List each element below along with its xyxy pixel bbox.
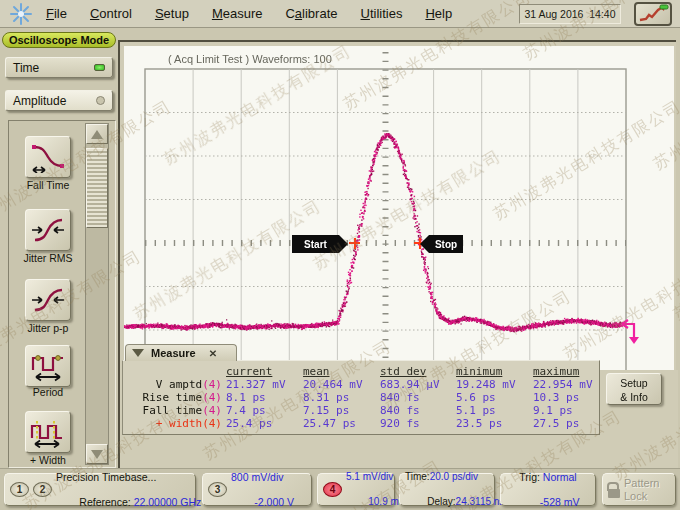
- time-delay-status-button[interactable]: Time:20.0 ps/div Delay:24.3115 ns: [399, 473, 495, 506]
- menu-measure[interactable]: Measure: [212, 6, 263, 21]
- measurement-button-panel: Fall Time Jitter RMS Jitter p-p: [8, 120, 116, 468]
- jitter-rms-label: Jitter RMS: [9, 252, 87, 264]
- graticule-area: ( Acq Limit Test ) Waveforms: 100: [124, 46, 674, 370]
- jitter-pp-button[interactable]: [25, 279, 71, 321]
- measure-row-rise-time: Rise time(4) 8.1 ps 8.31 ps 840 fs 5.6 p…: [123, 391, 601, 404]
- jitter-pp-label: Jitter p-p: [9, 322, 87, 334]
- green-led-icon: [94, 64, 105, 71]
- channel3-badge: 3: [208, 482, 227, 497]
- menu-utilities[interactable]: Utilities: [361, 6, 403, 21]
- measure-row-fall-time: Fall time(4) 7.4 ps 7.15 ps 840 fs 5.1 p…: [123, 404, 601, 417]
- measure-row-plus-width: + width(4) 25.4 ps 25.47 ps 920 fs 23.5 …: [123, 417, 601, 430]
- menu-bar: File Control Setup Measure Calibrate Uti…: [0, 0, 680, 28]
- plus-width-icon: [29, 416, 67, 448]
- channel2-badge: 2: [33, 482, 52, 497]
- status-bar: 1 2 Precision Timebase... Reference: 22.…: [0, 468, 680, 510]
- arrow-down-icon: [91, 450, 103, 459]
- menu-control[interactable]: Control: [90, 6, 132, 21]
- menu-help[interactable]: Help: [425, 6, 452, 21]
- trigger-status-button[interactable]: Trig: Normal -528 mV: [500, 473, 596, 506]
- setup-info-button[interactable]: Setup & Info: [606, 373, 662, 405]
- measure-header-row: current mean std dev minimum maximum: [123, 365, 601, 378]
- stop-marker-flag[interactable]: Stop: [429, 235, 463, 253]
- time-dropdown-label: Time: [13, 61, 39, 75]
- menu-setup[interactable]: Setup: [155, 6, 189, 21]
- waveform-trace: [124, 46, 674, 370]
- scroll-up-button[interactable]: [86, 124, 108, 144]
- fall-time-button[interactable]: [25, 136, 71, 178]
- jitter-rms-icon: [29, 214, 67, 246]
- channel1-badge: 1: [10, 482, 29, 497]
- display-lower-strip: [120, 435, 678, 470]
- start-cross-icon: [349, 238, 360, 249]
- time-dropdown[interactable]: Time: [5, 57, 113, 78]
- menu-calibrate[interactable]: Calibrate: [285, 6, 337, 21]
- period-label: Period: [9, 386, 87, 398]
- waveform-display: ( Acq Limit Test ) Waveforms: 100: [118, 40, 676, 468]
- sidebar-scrollbar[interactable]: [85, 123, 109, 465]
- datetime-display: 31 Aug 2016 14:40: [519, 4, 621, 24]
- oscilloscope-application: File Control Setup Measure Calibrate Uti…: [0, 0, 680, 510]
- menu-file[interactable]: File: [46, 6, 67, 21]
- amplitude-dropdown[interactable]: Amplitude: [5, 90, 113, 111]
- run-signal-button[interactable]: [634, 2, 672, 26]
- period-icon: [29, 350, 67, 382]
- grey-led-icon: [96, 96, 105, 105]
- period-button[interactable]: [25, 345, 71, 387]
- jitter-rms-button[interactable]: [25, 209, 71, 251]
- pattern-lock-button[interactable]: Pattern Lock: [602, 473, 676, 506]
- sidebar: Oscilloscope Mode Time Amplitude Fall Ti…: [0, 28, 118, 468]
- measure-tab-label: Measure: [151, 347, 196, 359]
- menu-items: File Control Setup Measure Calibrate Uti…: [46, 6, 452, 21]
- channel-ground-marker-icon: [618, 316, 646, 348]
- padlock-icon: [608, 489, 620, 498]
- jitter-pp-icon: [29, 284, 67, 316]
- channel4-badge: 4: [323, 482, 342, 497]
- plus-width-button[interactable]: [25, 411, 71, 453]
- acq-limit-annotation: ( Acq Limit Test ) Waveforms: 100: [168, 53, 332, 65]
- fall-time-icon: [29, 141, 67, 173]
- scroll-thumb[interactable]: [86, 148, 108, 228]
- signal-icon: [636, 4, 670, 24]
- close-icon[interactable]: ✕: [209, 348, 217, 359]
- channel4-status-button[interactable]: 4 5.1 mV/div 10.9 mV: [317, 473, 395, 506]
- channel3-status-button[interactable]: 3 800 mV/div -2.000 V: [202, 473, 312, 506]
- measure-panel-tab[interactable]: Measure ✕: [125, 344, 237, 361]
- amplitude-dropdown-label: Amplitude: [13, 94, 66, 108]
- measure-results-panel: current mean std dev minimum maximum V a…: [122, 360, 600, 435]
- agilent-spark-icon: [6, 1, 36, 27]
- mode-header: Oscilloscope Mode: [2, 32, 116, 48]
- start-marker-flag[interactable]: Start: [292, 235, 339, 253]
- fall-time-label: Fall Time: [9, 179, 87, 191]
- plus-width-label: + Width: [9, 454, 87, 466]
- measure-row-v-amptd: V amptd(4) 21.327 mV 20.464 mV 683.94 µV…: [123, 378, 601, 391]
- collapse-chevron-icon: [132, 349, 144, 357]
- arrow-up-icon: [91, 130, 103, 139]
- scroll-down-button[interactable]: [86, 444, 108, 464]
